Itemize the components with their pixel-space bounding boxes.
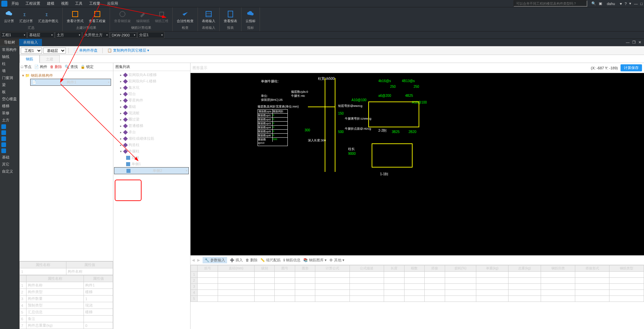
grid-cell[interactable] <box>404 272 425 278</box>
delete-row-button[interactable]: 🗑 删除 <box>246 258 258 263</box>
grid-cell[interactable] <box>575 290 609 296</box>
grid-cell[interactable] <box>295 278 315 284</box>
sidebar-item-wall[interactable]: 墙 <box>0 67 19 74</box>
grid-cell[interactable] <box>384 284 405 290</box>
prop-value[interactable]: 0 <box>84 322 113 329</box>
grid-cell[interactable] <box>508 272 541 278</box>
library-category[interactable]: 圈过梁 <box>114 116 190 123</box>
category-selector[interactable]: 土方 <box>55 32 82 38</box>
grid-cell[interactable] <box>404 278 425 284</box>
grid-cell[interactable] <box>218 284 254 290</box>
panel-close-icon[interactable]: ✕ <box>638 40 641 45</box>
grid-cell[interactable] <box>350 278 384 284</box>
grid-cell[interactable] <box>275 278 295 284</box>
nav-tree-tab[interactable]: 导航树 <box>0 39 19 46</box>
grid-cell[interactable] <box>425 272 445 278</box>
grid-cell[interactable] <box>275 272 295 278</box>
library-category[interactable]: 零星构件 <box>114 97 190 104</box>
grid-cell[interactable] <box>198 284 218 290</box>
grid-header[interactable]: 长度 <box>384 265 405 272</box>
grid-cell[interactable] <box>445 290 476 296</box>
sub-icon[interactable] <box>1 142 6 147</box>
sidebar-item-foundation[interactable]: 基础 <box>0 154 19 161</box>
skin-icon[interactable]: ▣ <box>599 1 602 6</box>
library-category[interactable]: 双网双向F-L楼梯 <box>114 78 190 84</box>
grid-cell[interactable] <box>384 290 405 296</box>
grid-cell[interactable] <box>445 278 476 284</box>
calc-save-button[interactable]: 计算保存 <box>621 64 642 71</box>
grid-cell[interactable] <box>350 296 384 302</box>
tree-component1[interactable]: 📄 构件1 <box>30 79 111 86</box>
sub-icon[interactable] <box>1 124 6 129</box>
element-selector[interactable]: DKW-2900 <box>110 32 137 38</box>
grid-cell[interactable] <box>541 272 575 278</box>
grid-cell[interactable] <box>609 290 644 296</box>
grid-cell[interactable] <box>254 272 275 278</box>
sidebar-item-beam[interactable]: 梁 <box>0 81 19 88</box>
menu-start[interactable]: 开始 <box>10 0 20 7</box>
grid-cell[interactable] <box>315 278 350 284</box>
grid-cell[interactable] <box>384 278 405 284</box>
grid-cell[interactable] <box>295 284 315 290</box>
grid-cell[interactable] <box>198 290 218 296</box>
menu-model[interactable]: 建模 <box>46 0 56 7</box>
grid-header[interactable]: 计算公式 <box>315 265 350 272</box>
grid-cell[interactable] <box>218 278 254 284</box>
save-component-button[interactable]: 📄 单构件存盘 <box>71 47 100 54</box>
sidebar-item-slab[interactable]: 板 <box>0 88 19 95</box>
library-item[interactable]: 单侧2 <box>114 167 189 174</box>
grid-header[interactable]: 级别 <box>254 265 275 272</box>
grid-cell[interactable] <box>425 284 445 290</box>
grid-cell[interactable] <box>575 272 609 278</box>
validity-check-button[interactable]: 合法性检查 <box>174 9 196 24</box>
grid-header[interactable]: 损耗(%) <box>445 265 476 272</box>
menu-quantity[interactable]: 工程量 <box>88 0 102 7</box>
grid-cell[interactable] <box>425 278 445 284</box>
grid-cell[interactable] <box>575 296 609 302</box>
grid-header[interactable]: 图形 <box>295 265 315 272</box>
sidebar-item-opening[interactable]: 门窗洞 <box>0 74 19 81</box>
menu-project-settings[interactable]: 工程设置 <box>24 0 42 7</box>
more-icon[interactable]: ▾ <box>629 1 631 6</box>
library-category[interactable]: 基础 <box>114 104 190 110</box>
help-icon[interactable]: ? <box>625 2 627 6</box>
prop-value[interactable] <box>84 316 113 322</box>
grid-cell[interactable] <box>609 278 644 284</box>
library-item[interactable]: 单侧1 <box>114 161 190 167</box>
sub-icon[interactable] <box>1 136 6 141</box>
grid-cell[interactable] <box>508 278 541 284</box>
grid-cell[interactable] <box>315 284 350 290</box>
library-category[interactable]: 普通楼梯 <box>114 123 190 129</box>
library-category[interactable]: 双网双向A-E楼梯 <box>114 72 190 78</box>
grid-cell[interactable] <box>384 272 405 278</box>
tab-rebar[interactable]: 钢筋 <box>19 55 40 63</box>
drawing-canvas[interactable]: 单侧牛腿柱: 柱宽:zk500 4b16@s 4B13@s 250 250 A1… <box>191 73 644 255</box>
view-quantity-button[interactable]: 查看工程量 <box>86 9 108 24</box>
grid-cell[interactable] <box>541 278 575 284</box>
menu-cloud[interactable]: 云应用 <box>106 0 119 7</box>
search-icon[interactable]: 🔍 <box>591 1 596 6</box>
panel-restore-icon[interactable]: ❐ <box>632 40 636 45</box>
grid-cell[interactable] <box>295 290 315 296</box>
other-button[interactable]: ⚙ 其他 ▾ <box>329 258 344 263</box>
delete-button[interactable]: 🗑 删除 <box>50 64 62 69</box>
grid-cell[interactable] <box>315 272 350 278</box>
sidebar-item-column[interactable]: 柱 <box>0 60 19 67</box>
menu-tools[interactable]: 工具 <box>74 0 84 7</box>
grid-cell[interactable] <box>476 278 508 284</box>
grid-cell[interactable] <box>315 290 350 296</box>
grid-cell[interactable] <box>575 278 609 284</box>
grid-cell[interactable] <box>609 284 644 290</box>
cloud-index-button[interactable]: 云指标 <box>243 9 258 24</box>
username[interactable]: dahu <box>607 2 615 6</box>
view-formula-button[interactable]: 查看计算式 <box>64 9 86 24</box>
nav-left-icon[interactable]: ◀ <box>192 258 195 262</box>
grid-cell[interactable] <box>541 290 575 296</box>
add-component-button[interactable]: 📄 构件 <box>34 64 47 69</box>
sum-calc-button[interactable]: Σ汇总计算 <box>17 9 36 24</box>
grid-cell[interactable] <box>254 290 275 296</box>
grid-cell[interactable] <box>541 284 575 290</box>
grid-cell[interactable] <box>404 296 425 302</box>
sum-selected-button[interactable]: Σ汇总选中图元 <box>36 9 61 24</box>
view-report-button[interactable]: 查看报表 <box>221 9 240 24</box>
